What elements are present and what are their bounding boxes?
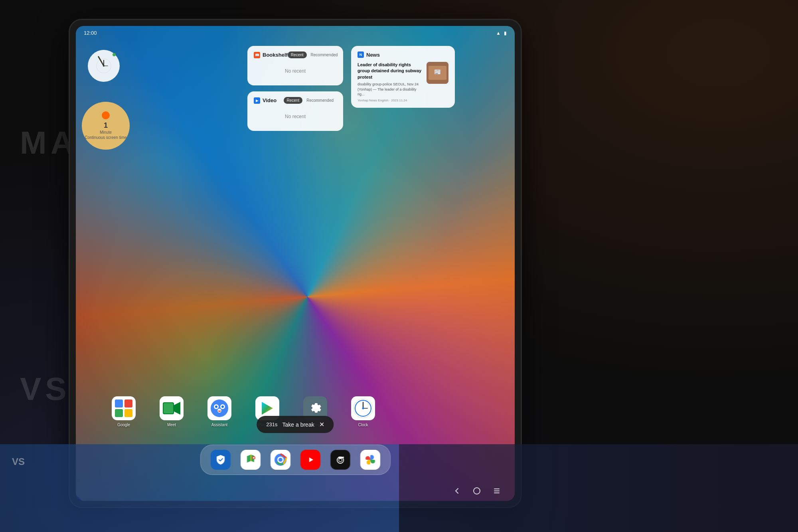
recents-button[interactable]: [491, 485, 503, 497]
assistant-icon: [207, 396, 231, 420]
google-icon-svg: [115, 399, 132, 417]
tablet-screen: 12:00 ▲ ▮: [76, 26, 515, 501]
home-icon: [473, 487, 481, 495]
video-tab-recommended[interactable]: Recommended: [303, 97, 337, 104]
app-clock[interactable]: Clock: [351, 396, 375, 427]
shield-icon: [215, 454, 227, 466]
svg-point-36: [339, 459, 342, 462]
news-title: News: [366, 52, 380, 58]
assistant-icon-svg: [207, 396, 231, 420]
svg-rect-41: [494, 490, 500, 491]
news-source: Yonhap News English · 2023.11.24: [358, 99, 423, 102]
svg-point-30: [253, 457, 255, 459]
app-google[interactable]: Google: [112, 396, 136, 427]
bookshelf-icon: 📖: [254, 52, 260, 58]
status-icons: ▲ ▮: [496, 30, 507, 36]
camera-icon: [334, 454, 346, 466]
status-time: 12:00: [84, 30, 97, 36]
break-icon: [102, 111, 110, 119]
video-no-recent: No recent: [254, 108, 337, 125]
settings-icon-svg: [308, 401, 322, 415]
news-header: N News: [358, 51, 448, 58]
take-break-toast: 231s Take a break ✕: [257, 416, 334, 433]
toast-timer: 231s: [266, 421, 277, 427]
break-time-value: 1: [104, 121, 108, 130]
home-button[interactable]: [471, 485, 483, 497]
bottom-partial-content: VS: [0, 444, 798, 532]
clock-icon: [351, 396, 375, 420]
video-tab-recent[interactable]: Recent: [284, 97, 303, 104]
clock-icon-svg: [353, 398, 373, 418]
svg-point-28: [362, 407, 364, 409]
screen-time-widget[interactable]: 1 Minute Continuous screen time: [82, 102, 130, 150]
news-widget[interactable]: N News Leader of disability rights group…: [351, 46, 455, 108]
google-label: Google: [117, 423, 130, 427]
svg-point-38: [342, 457, 344, 458]
bookshelf-tab-recommended[interactable]: Recommended: [308, 51, 341, 58]
bottom-navigation: [451, 485, 503, 497]
assistant-label: Assistant: [211, 423, 228, 427]
clock-face: [88, 50, 120, 82]
break-label-desc: Continuous screen time: [85, 135, 126, 140]
app-grid: Google Meet: [112, 396, 375, 427]
app-meet[interactable]: Meet: [160, 396, 184, 427]
bookshelf-no-recent: No recent: [254, 62, 337, 80]
svg-rect-7: [115, 399, 123, 407]
outer-background: MAIL ON NEXT WORK VS 12:00 ▲ ▮: [0, 0, 798, 532]
video-header: ▶ Video Recent Recommended: [254, 97, 337, 104]
clock-widget[interactable]: [88, 50, 120, 88]
news-description: disability group-police SEOUL, Nov 24 (Y…: [358, 82, 423, 97]
status-bar: 12:00 ▲ ▮: [76, 26, 515, 40]
news-text-block: Leader of disability rights group detain…: [358, 62, 423, 102]
svg-point-16: [211, 399, 228, 417]
back-icon: [453, 487, 461, 495]
svg-rect-10: [124, 409, 132, 417]
tablet-device: 12:00 ▲ ▮: [70, 20, 521, 507]
dock-photos[interactable]: [360, 450, 380, 470]
svg-rect-40: [494, 488, 500, 489]
svg-text:📰: 📰: [434, 69, 441, 75]
meet-icon: [160, 396, 184, 420]
video-title-row: ▶ Video: [254, 97, 277, 104]
bottom-dock: [200, 445, 391, 475]
toast-close-button[interactable]: ✕: [319, 421, 324, 428]
news-headline: Leader of disability rights group detain…: [358, 62, 423, 80]
svg-rect-37: [338, 457, 342, 459]
back-button[interactable]: [451, 485, 463, 497]
dock-maps[interactable]: [241, 450, 261, 470]
content-widgets-area: 📖 Bookshelf Recent Recommended No recent: [247, 46, 343, 131]
bookshelf-title-row: 📖 Bookshelf: [254, 52, 288, 58]
clock-svg: [96, 58, 112, 74]
dock-samsung-security[interactable]: [211, 450, 231, 470]
recents-icon: [493, 487, 501, 495]
svg-point-19: [215, 405, 217, 408]
news-article[interactable]: Leader of disability rights group detain…: [358, 62, 448, 102]
svg-point-33: [279, 458, 282, 462]
svg-rect-14: [164, 403, 173, 413]
video-icon: ▶: [254, 97, 260, 104]
dock-camera[interactable]: [330, 450, 350, 470]
svg-marker-34: [309, 457, 313, 462]
maps-icon: [244, 453, 257, 467]
youtube-icon: [304, 454, 316, 466]
photos-icon: [363, 453, 377, 467]
meet-label: Meet: [167, 423, 176, 427]
bookshelf-header: 📖 Bookshelf Recent Recommended: [254, 51, 337, 58]
app-assistant[interactable]: Assistant: [207, 396, 231, 427]
svg-point-39: [474, 488, 480, 494]
break-label-unit: Minute: [100, 130, 112, 135]
chrome-icon: [274, 453, 287, 467]
bookshelf-title: Bookshelf: [263, 52, 288, 58]
video-widget[interactable]: ▶ Video Recent Recommended No recent: [247, 91, 343, 131]
dock-youtube[interactable]: [300, 450, 320, 470]
bookshelf-tab-recent[interactable]: Recent: [288, 51, 307, 58]
news-thumbnail: 📰: [427, 62, 448, 84]
svg-point-20: [221, 405, 224, 408]
bookshelf-widget[interactable]: 📖 Bookshelf Recent Recommended No recent: [247, 46, 343, 85]
dock-chrome[interactable]: [271, 450, 290, 470]
svg-rect-42: [494, 492, 500, 493]
svg-rect-8: [124, 399, 132, 407]
google-icon: [112, 396, 136, 420]
clock-indicator: [113, 53, 116, 56]
news-image-svg: 📰: [427, 62, 448, 84]
